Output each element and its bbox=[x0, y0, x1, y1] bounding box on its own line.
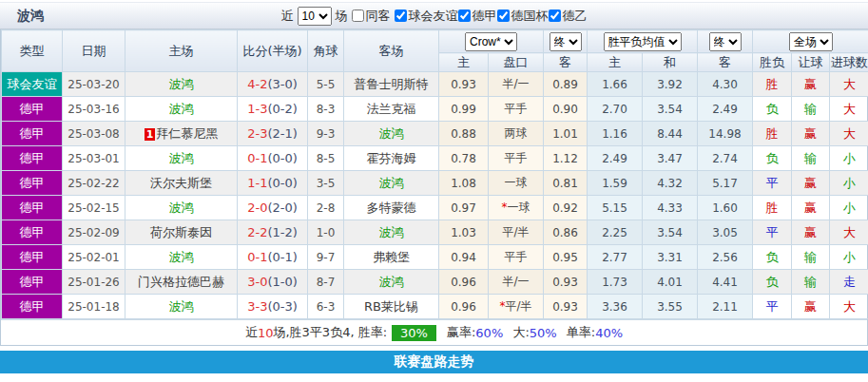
table-row: 德甲 25-02-15 波鸿 2-0(2-0) 2-8 多特蒙德 0.97 *一… bbox=[2, 196, 868, 220]
league-filter-checkbox[interactable] bbox=[395, 10, 407, 22]
mean-final-select[interactable]: 终 bbox=[709, 32, 742, 51]
odds-company-select[interactable]: Crow* bbox=[465, 32, 517, 51]
league-filter-checkbox[interactable] bbox=[458, 10, 471, 22]
league-filter-toggle[interactable]: 德甲 bbox=[458, 8, 497, 25]
home-team-name: 拜仁慕尼黑 bbox=[156, 126, 218, 141]
matches-table: 类型 日期 主场 比分(半场) 角球 客场 Crow* 终 胜平负均值 终 bbox=[1, 29, 868, 319]
table-row: 德甲 25-03-16 波鸿 1-3(0-2) 8-3 法兰克福 0.99 平手 bbox=[2, 97, 868, 122]
odds-final-cell: 终 bbox=[544, 30, 588, 53]
sub-header-odds-away: 客 bbox=[544, 53, 588, 72]
league-filter-toggle[interactable]: 德乙 bbox=[549, 8, 588, 25]
mean-away-cell: 2.74 bbox=[698, 146, 753, 171]
handicap-value: 平/半 bbox=[502, 225, 529, 239]
score-cell: 0-1(0-1) bbox=[238, 245, 308, 270]
odds-home-cell: 0.99 bbox=[439, 97, 489, 122]
result-mark: 负 bbox=[766, 102, 779, 116]
handicap-result-cell: 输 bbox=[792, 245, 830, 270]
goals-result-cell: 大 bbox=[830, 122, 868, 146]
league-filters: 球会友谊 德甲 德国杯 德乙 bbox=[395, 8, 588, 25]
handicap-result-mark: 输 bbox=[804, 151, 817, 165]
odds-away-cell: 0.93 bbox=[544, 270, 588, 295]
recent-label: 近 bbox=[281, 8, 294, 25]
handicap-result-mark: 赢 bbox=[804, 225, 817, 239]
league-filter-toggle[interactable]: 德国杯 bbox=[497, 8, 549, 25]
score-cell: 1-3(0-2) bbox=[238, 97, 308, 122]
home-team-name: 波鸿 bbox=[169, 250, 194, 264]
away-team-cell: 法兰克福 bbox=[344, 97, 439, 122]
mean-draw-cell: 4.33 bbox=[643, 196, 698, 220]
goals-result-cell: 小 bbox=[830, 245, 868, 270]
col-header-home: 主场 bbox=[125, 30, 238, 72]
scope-select[interactable]: 全场 bbox=[789, 32, 833, 51]
result-cell: 平 bbox=[753, 295, 792, 319]
goals-result-mark: 大 bbox=[843, 225, 856, 239]
same-away-toggle[interactable]: 同客 bbox=[352, 8, 391, 25]
sub-header-mean-home: 主 bbox=[588, 53, 643, 72]
league-filter-checkbox[interactable] bbox=[497, 10, 510, 22]
table-row: 德甲 25-02-22 沃尔夫斯堡 1-1(0-0) 3-5 波鸿 1.08 一… bbox=[2, 171, 868, 196]
result-mark: 负 bbox=[766, 151, 779, 165]
fulltime-score: 3-0 bbox=[247, 275, 267, 289]
matches-label: 场 bbox=[336, 8, 348, 25]
mean-away-cell: 2.11 bbox=[698, 295, 753, 319]
fulltime-score: 1-3 bbox=[247, 102, 267, 116]
match-date: 25-03-20 bbox=[63, 72, 125, 97]
halftime-score: (0-2) bbox=[267, 102, 297, 116]
goals-result-mark: 小 bbox=[843, 201, 856, 215]
recent-count-select[interactable]: 10 bbox=[298, 7, 332, 26]
page-title: 波鸿 bbox=[0, 8, 44, 25]
score-cell: 2-0(2-0) bbox=[238, 196, 308, 220]
big-rate-label: 大: bbox=[509, 324, 530, 341]
goals-result-mark: 走 bbox=[843, 275, 856, 289]
handicap-cell: 平手 bbox=[489, 245, 544, 270]
goals-result-cell: 大 bbox=[830, 97, 868, 122]
odds-home-cell: 0.94 bbox=[439, 245, 489, 270]
col-header-away: 客场 bbox=[344, 30, 439, 72]
goals-result-cell: 大 bbox=[830, 72, 868, 97]
away-team-name: 多特蒙德 bbox=[367, 201, 416, 215]
sub-header-odds-home: 主 bbox=[439, 53, 489, 72]
home-team-cell: 1拜仁慕尼黑 bbox=[125, 122, 238, 146]
home-team-name: 荷尔斯泰因 bbox=[150, 225, 212, 239]
mean-away-cell: 4.30 bbox=[698, 72, 753, 97]
league-type-cell: 球会友谊 bbox=[2, 72, 63, 97]
odds-final-select[interactable]: 终 bbox=[550, 32, 582, 51]
mean-draw-cell: 4.01 bbox=[643, 270, 698, 295]
handicap-cell: 平/半 bbox=[489, 220, 544, 245]
away-team-name: 普鲁士明斯特 bbox=[355, 77, 429, 91]
toolbar: 波鸿 近 10 场 同客 球会友谊 德甲 bbox=[0, 2, 868, 29]
league-type-cell: 德甲 bbox=[2, 97, 63, 122]
mean-draw-cell: 3.55 bbox=[643, 295, 698, 319]
score-cell: 2-3(2-1) bbox=[238, 122, 308, 146]
goals-result-mark: 大 bbox=[843, 77, 856, 91]
league-trend-tab[interactable]: 联赛盘路走势 bbox=[0, 351, 868, 373]
match-date: 25-03-08 bbox=[63, 122, 125, 146]
league-filter-checkbox[interactable] bbox=[549, 10, 561, 22]
odds-away-cell: 1.12 bbox=[544, 146, 588, 171]
goals-result-mark: 大 bbox=[843, 102, 856, 116]
league-filter-toggle[interactable]: 球会友谊 bbox=[395, 8, 458, 25]
result-cell: 平 bbox=[753, 220, 792, 245]
home-team-cell: 波鸿 bbox=[125, 196, 238, 220]
result-cell: 平 bbox=[753, 171, 792, 196]
home-team-cell: 荷尔斯泰因 bbox=[125, 220, 238, 245]
handicap-result-mark: 赢 bbox=[804, 299, 817, 314]
home-team-name: 门兴格拉德巴赫 bbox=[138, 275, 224, 289]
odds-away-cell: 0.81 bbox=[544, 171, 588, 196]
home-team-name: 波鸿 bbox=[169, 299, 194, 314]
handicap-value: 一球 bbox=[505, 176, 528, 189]
handicap-cell: 平手 bbox=[489, 97, 544, 122]
fulltime-score: 1-1 bbox=[247, 176, 267, 190]
mean-type-select[interactable]: 胜平负均值 bbox=[604, 32, 682, 51]
goals-result-cell: 大 bbox=[830, 220, 868, 245]
score-cell: 3-0(1-0) bbox=[238, 270, 308, 295]
handicap-result-cell: 输 bbox=[792, 146, 830, 171]
result-mark: 平 bbox=[766, 299, 779, 314]
handicap-cell: 平手 bbox=[489, 146, 544, 171]
same-away-checkbox[interactable] bbox=[352, 10, 364, 22]
goals-result-mark: 小 bbox=[843, 250, 856, 264]
mean-draw-cell: 3.31 bbox=[643, 245, 698, 270]
handicap-result-mark: 输 bbox=[804, 102, 817, 116]
halftime-score: (1-0) bbox=[267, 275, 297, 289]
fulltime-score: 2-3 bbox=[247, 126, 267, 141]
